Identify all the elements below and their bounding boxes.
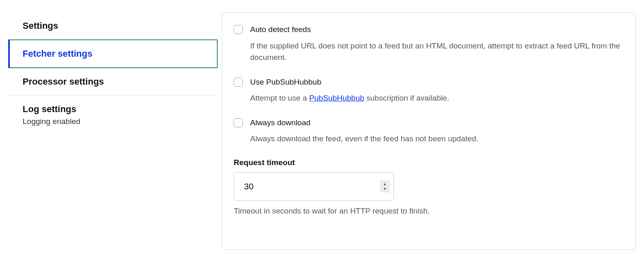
auto-detect-feeds-checkbox[interactable] — [234, 25, 243, 34]
sidebar-item-label: Settings — [23, 21, 203, 31]
sidebar-item-label: Log settings — [23, 104, 203, 115]
use-pubsubhubbub-row: Use PubSubHubbub Attempt to use a PubSub… — [234, 77, 624, 104]
always-download-desc: Always download the feed, even if the fe… — [250, 133, 624, 145]
request-timeout-stepper[interactable]: ▲ ▼ — [380, 180, 390, 193]
chevron-up-icon: ▲ — [383, 182, 387, 186]
pubsub-desc-suffix: subscription if available. — [364, 94, 449, 102]
auto-detect-feeds-desc: If the supplied URL does not point to a … — [250, 40, 624, 64]
chevron-down-icon: ▼ — [383, 186, 387, 191]
always-download-label: Always download — [250, 117, 624, 129]
sidebar-item-sublabel: Logging enabled — [23, 117, 203, 126]
sidebar-item-fetcher-settings[interactable]: Fetcher settings — [8, 39, 218, 68]
sidebar-item-label: Fetcher settings — [23, 48, 202, 59]
request-timeout-input[interactable] — [234, 172, 394, 201]
use-pubsubhubbub-desc: Attempt to use a PubSubHubbub subscripti… — [250, 92, 624, 104]
use-pubsubhubbub-checkbox[interactable] — [234, 78, 243, 87]
sidebar-item-log-settings[interactable]: Log settings Logging enabled — [8, 96, 218, 134]
use-pubsubhubbub-label: Use PubSubHubbub — [250, 77, 624, 88]
sidebar-item-label: Processor settings — [23, 76, 203, 87]
pubsub-desc-prefix: Attempt to use a — [250, 94, 309, 102]
request-timeout-row: Request timeout ▲ ▼ Timeout in seconds t… — [234, 158, 624, 216]
auto-detect-feeds-row: Auto detect feeds If the supplied URL do… — [234, 24, 624, 64]
sidebar-item-processor-settings[interactable]: Processor settings — [8, 68, 218, 96]
request-timeout-title: Request timeout — [234, 158, 624, 167]
fetcher-settings-panel: Auto detect feeds If the supplied URL do… — [222, 12, 636, 250]
always-download-row: Always download Always download the feed… — [234, 117, 624, 145]
settings-sidebar: Settings Fetcher settings Processor sett… — [8, 12, 218, 250]
always-download-checkbox[interactable] — [234, 118, 243, 127]
pubsubhubbub-link[interactable]: PubSubHubbub — [309, 94, 364, 102]
request-timeout-desc: Timeout in seconds to wait for an HTTP r… — [234, 207, 624, 216]
sidebar-item-settings[interactable]: Settings — [8, 12, 218, 39]
auto-detect-feeds-label: Auto detect feeds — [250, 24, 624, 35]
